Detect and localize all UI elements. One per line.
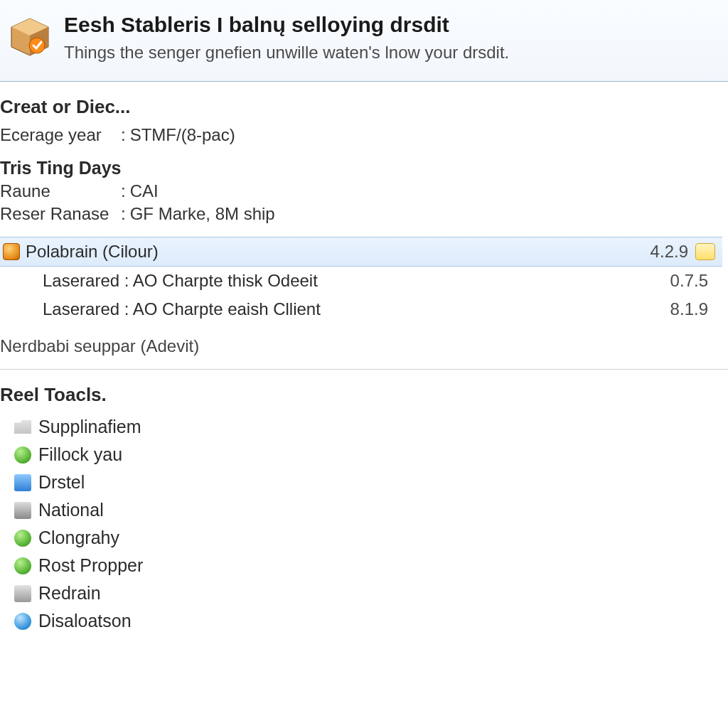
row-reser: Reser Ranase : GF Marke, 8M ship xyxy=(0,204,722,224)
section-tools-title: Reel Toacls. xyxy=(0,384,722,406)
tool-item[interactable]: Disaloatson xyxy=(0,607,722,635)
page-title: Eesh Stableris I balnų selloying drsdit xyxy=(64,13,509,37)
tool-item[interactable]: Drstel xyxy=(0,469,722,496)
footnote: Nerdbabi seuppar (Adevit) xyxy=(0,336,722,356)
tool-label: Supplinafiem xyxy=(38,417,141,437)
tool-item[interactable]: Rost Propper xyxy=(0,552,722,579)
package-row[interactable]: Laserared : AO Charpte thisk Odeeit0.7.5 xyxy=(0,267,722,295)
package-row[interactable]: Polabrain (Cilour)4.2.9 xyxy=(0,237,722,267)
ic-green-icon xyxy=(14,557,31,574)
tool-list: SupplinafiemFillock yauDrstelNationalClo… xyxy=(0,413,722,635)
tool-item[interactable]: Clongrahy xyxy=(0,524,722,552)
tool-label: Rost Propper xyxy=(38,555,143,576)
package-version: 8.1.9 xyxy=(658,299,708,319)
page-subtitle: Things the senger gnefien unwille waten'… xyxy=(64,43,509,63)
tris-heading: Tris Ting Days xyxy=(0,158,722,178)
raune-label: Raune xyxy=(0,181,121,201)
tool-label: Redrain xyxy=(38,583,101,604)
section-tools: Reel Toacls. SupplinafiemFillock yauDrst… xyxy=(0,370,728,642)
header: Eesh Stableris I balnų selloying drsdit … xyxy=(0,0,728,82)
package-icon xyxy=(3,243,20,260)
svg-point-3 xyxy=(29,38,45,53)
package-name: Polabrain (Cilour) xyxy=(26,242,638,262)
box-icon xyxy=(9,16,51,58)
raune-value: CAI xyxy=(130,181,159,201)
tool-label: Clongrahy xyxy=(38,528,119,548)
tool-label: National xyxy=(38,500,104,520)
package-action-button[interactable] xyxy=(695,243,715,260)
ic-blue-sq-icon xyxy=(14,474,31,491)
header-text: Eesh Stableris I balnų selloying drsdit … xyxy=(64,13,509,63)
row-ecerage: Ecerage year : STMF/(8-pac) xyxy=(0,125,722,145)
tool-item[interactable]: National xyxy=(0,496,722,524)
row-raune: Raune : CAI xyxy=(0,181,722,201)
ic-blue-rd-icon xyxy=(14,613,31,630)
reser-value: GF Marke, 8M ship xyxy=(130,204,275,224)
package-name: Laserared : AO Charpte eaish Cllient xyxy=(43,299,658,319)
ic-grey-sq-icon xyxy=(14,502,31,519)
ic-green-icon xyxy=(14,530,31,547)
tool-label: Disaloatson xyxy=(38,611,132,631)
tool-item[interactable]: Fillock yau xyxy=(0,441,722,469)
tool-label: Fillock yau xyxy=(38,444,122,465)
package-list: Polabrain (Cilour)4.2.9Laserared : AO Ch… xyxy=(0,237,722,323)
package-version: 0.7.5 xyxy=(658,271,708,291)
tool-item[interactable]: Redrain xyxy=(0,579,722,607)
tool-item[interactable]: Supplinafiem xyxy=(0,413,722,441)
tool-label: Drstel xyxy=(38,472,85,493)
section-creat: Creat or Diec... Ecerage year : STMF/(8-… xyxy=(0,82,728,369)
reser-label: Reser Ranase xyxy=(0,204,121,224)
ecerage-value: STMF/(8-pac) xyxy=(130,125,235,145)
ic-green-icon xyxy=(14,446,31,464)
package-name: Laserared : AO Charpte thisk Odeeit xyxy=(43,271,658,291)
package-version: 4.2.9 xyxy=(638,242,688,262)
ecerage-label: Ecerage year xyxy=(0,125,121,145)
package-row[interactable]: Laserared : AO Charpte eaish Cllient8.1.… xyxy=(0,295,722,323)
section-creat-title: Creat or Diec... xyxy=(0,96,722,118)
ic-folder-icon xyxy=(14,419,31,436)
ic-grey-icon xyxy=(14,585,31,602)
